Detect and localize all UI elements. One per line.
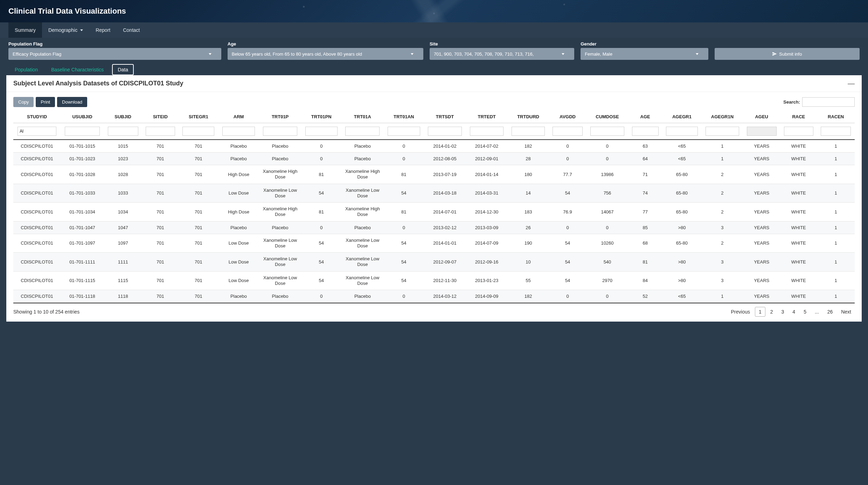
- cell: YEARS: [743, 184, 780, 203]
- col-filter-trt01an[interactable]: [388, 127, 420, 136]
- col-header-trtedt[interactable]: TRTEDT: [466, 111, 508, 123]
- col-filter-arm[interactable]: [222, 127, 255, 136]
- col-header-agegr1[interactable]: AGEGR1: [662, 111, 702, 123]
- tab-baseline-characteristics[interactable]: Baseline Characteristics: [46, 64, 109, 75]
- col-filter-trtdurd[interactable]: [512, 127, 545, 136]
- col-filter-race[interactable]: [784, 127, 813, 136]
- filter-select-gender[interactable]: Female, Male: [581, 48, 708, 60]
- col-filter-subjid[interactable]: [108, 127, 138, 136]
- data-panel: Subject Level Analysis Datasets of CDISC…: [6, 75, 862, 322]
- col-filter-racen[interactable]: [821, 127, 851, 136]
- pagination-page-3[interactable]: 3: [778, 307, 788, 316]
- cell: 2014-12-30: [466, 203, 508, 222]
- table-scroll[interactable]: STUDYIDUSUBJIDSUBJIDSITEIDSITEGR1ARMTRT0…: [13, 111, 855, 303]
- filter-select-site[interactable]: 701, 900, 703, 704, 705, 708, 709, 710, …: [430, 48, 574, 60]
- col-header-avgdd[interactable]: AVGDD: [549, 111, 586, 123]
- col-header-subjid[interactable]: SUBJID: [104, 111, 142, 123]
- cell: 1: [702, 290, 743, 303]
- col-filter-agegr1n[interactable]: [706, 127, 739, 136]
- col-filter-sitegr1[interactable]: [182, 127, 214, 136]
- col-header-race[interactable]: RACE: [780, 111, 817, 123]
- col-header-trt01an[interactable]: TRT01AN: [384, 111, 424, 123]
- col-filter-avgdd[interactable]: [553, 127, 583, 136]
- filter-select-age[interactable]: Below 65 years old, From 65 to 80 years …: [228, 48, 423, 60]
- cell: 26: [508, 221, 549, 234]
- col-filter-siteid[interactable]: [146, 127, 175, 136]
- nav-item-report[interactable]: Report: [89, 22, 117, 38]
- cell: 1: [817, 153, 855, 165]
- col-header-trtsdt[interactable]: TRTSDT: [424, 111, 466, 123]
- col-filter-trt01pn[interactable]: [305, 127, 338, 136]
- submit-info-button[interactable]: Submit info: [715, 48, 860, 60]
- cell: YEARS: [743, 271, 780, 290]
- pagination-page-2[interactable]: 2: [767, 307, 777, 316]
- col-filter-studyid[interactable]: [18, 127, 56, 136]
- cell: 1: [817, 234, 855, 253]
- tab-population[interactable]: Population: [10, 64, 43, 75]
- col-filter-age[interactable]: [632, 127, 659, 136]
- pagination-page-5[interactable]: 5: [800, 307, 810, 316]
- cell: High Dose: [218, 203, 259, 222]
- cell: 1033: [104, 184, 142, 203]
- col-header-cumdose[interactable]: CUMDOSE: [586, 111, 629, 123]
- cell: 01-701-1118: [61, 290, 104, 303]
- col-header-trtdurd[interactable]: TRTDURD: [508, 111, 549, 123]
- cell: <65: [662, 290, 702, 303]
- cell: 10260: [586, 234, 629, 253]
- col-header-trt01a[interactable]: TRT01A: [341, 111, 384, 123]
- cell: Placebo: [259, 290, 301, 303]
- col-header-age[interactable]: AGE: [628, 111, 662, 123]
- submit-info-label: Submit info: [779, 51, 802, 57]
- cell: 2014-03-18: [424, 184, 466, 203]
- col-header-ageu[interactable]: AGEU: [743, 111, 780, 123]
- col-filter-trt01p[interactable]: [263, 127, 297, 136]
- pagination-previous[interactable]: Previous: [728, 307, 754, 316]
- cell: 180: [508, 165, 549, 184]
- cell: 0: [549, 221, 586, 234]
- nav-item-contact[interactable]: Contact: [117, 22, 146, 38]
- filter-select-popflag[interactable]: Efficacy Population Flag: [8, 48, 221, 60]
- col-header-siteid[interactable]: SITEID: [142, 111, 179, 123]
- pagination-page-26[interactable]: 26: [824, 307, 836, 316]
- col-filter-trtedt[interactable]: [470, 127, 504, 136]
- pagination-next[interactable]: Next: [838, 307, 855, 316]
- tab-data[interactable]: Data: [112, 64, 134, 75]
- pagination-page-1[interactable]: 1: [755, 307, 765, 317]
- cell: 0: [549, 153, 586, 165]
- cell: Xanomeline LowDose: [341, 253, 384, 272]
- search-input[interactable]: [802, 97, 855, 107]
- pagination-page-4[interactable]: 4: [789, 307, 799, 316]
- nav-item-summary[interactable]: Summary: [8, 22, 42, 38]
- cell: 2012-09-01: [466, 153, 508, 165]
- filter-label-gender: Gender: [581, 41, 708, 47]
- col-filter-ageu[interactable]: [747, 127, 777, 136]
- cell: 2013-03-09: [466, 221, 508, 234]
- nav-item-demographic[interactable]: Demographic: [42, 22, 89, 38]
- col-header-arm[interactable]: ARM: [218, 111, 259, 123]
- col-filter-agegr1[interactable]: [666, 127, 698, 136]
- filter-label-age: Age: [228, 41, 423, 47]
- col-header-sitegr1[interactable]: SITEGR1: [179, 111, 218, 123]
- cell: 756: [586, 184, 629, 203]
- col-filter-trt01a[interactable]: [345, 127, 380, 136]
- copy-button[interactable]: Copy: [13, 97, 34, 107]
- col-header-studyid[interactable]: STUDYID: [13, 111, 61, 123]
- col-header-racen[interactable]: RACEN: [817, 111, 855, 123]
- print-button[interactable]: Print: [36, 97, 55, 107]
- table-footer: Showing 1 to 10 of 254 entries Previous1…: [6, 303, 862, 317]
- col-header-agegr1n[interactable]: AGEGR1N: [702, 111, 743, 123]
- col-header-trt01pn[interactable]: TRT01PN: [301, 111, 341, 123]
- download-button[interactable]: Download: [57, 97, 87, 107]
- col-header-trt01p[interactable]: TRT01P: [259, 111, 301, 123]
- minus-icon[interactable]: —: [848, 79, 855, 87]
- cell: 2013-01-23: [466, 271, 508, 290]
- col-filter-trtsdt[interactable]: [428, 127, 462, 136]
- cell: WHITE: [780, 203, 817, 222]
- cell: >80: [662, 221, 702, 234]
- main-nav: SummaryDemographicReportContact: [0, 22, 868, 38]
- col-filter-usubjid[interactable]: [65, 127, 100, 136]
- col-filter-cumdose[interactable]: [590, 127, 624, 136]
- cell: 0: [301, 153, 341, 165]
- cell: Xanomeline LowDose: [259, 184, 301, 203]
- col-header-usubjid[interactable]: USUBJID: [61, 111, 104, 123]
